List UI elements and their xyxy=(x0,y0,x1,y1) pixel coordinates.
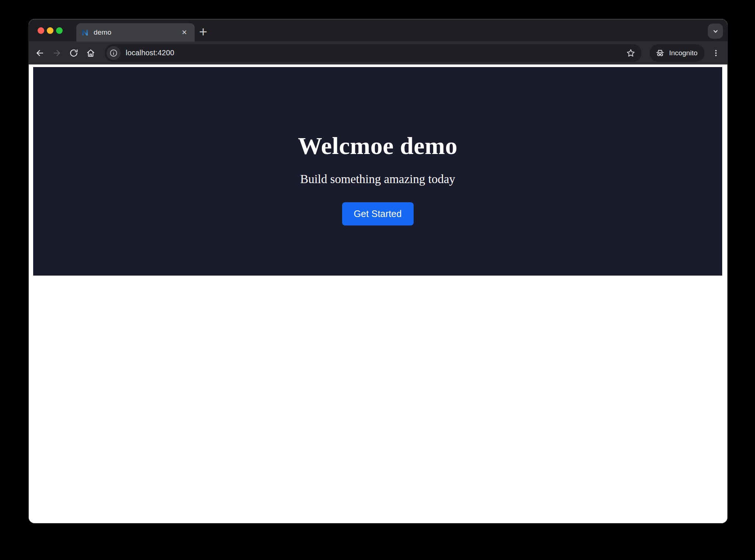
tab-search-button[interactable] xyxy=(708,24,723,39)
close-icon[interactable]: ✕ xyxy=(179,27,189,38)
incognito-icon xyxy=(655,48,665,58)
zoom-window-button[interactable] xyxy=(56,27,63,34)
hero-title: Welcmoe demo xyxy=(298,132,457,160)
screen-background: demo ✕ + xyxy=(0,0,755,560)
back-button[interactable] xyxy=(32,45,48,61)
browser-tab-demo[interactable]: demo ✕ xyxy=(76,23,195,42)
info-icon xyxy=(109,49,118,57)
minimize-window-button[interactable] xyxy=(47,27,53,34)
traffic-lights xyxy=(38,20,63,42)
home-icon xyxy=(86,48,95,58)
get-started-button[interactable]: Get Started xyxy=(342,202,414,225)
star-icon xyxy=(626,48,636,58)
browser-menu-button[interactable] xyxy=(710,45,721,61)
bookmark-star-button[interactable] xyxy=(624,47,637,59)
titlebar: demo ✕ + xyxy=(29,19,727,41)
browser-toolbar: localhost:4200 Incognito xyxy=(29,41,727,64)
chevron-down-icon xyxy=(711,27,720,36)
forward-button[interactable] xyxy=(49,45,65,61)
url-text[interactable]: localhost:4200 xyxy=(126,49,624,57)
address-bar[interactable]: localhost:4200 xyxy=(105,44,641,62)
hero-subtitle: Build something amazing today xyxy=(300,172,455,186)
page-content: Welcmoe demo Build something amazing tod… xyxy=(29,64,727,523)
home-button[interactable] xyxy=(83,45,99,61)
reload-icon xyxy=(69,48,79,58)
reload-button[interactable] xyxy=(66,45,82,61)
incognito-badge: Incognito xyxy=(650,44,704,62)
site-favicon-icon xyxy=(81,28,89,37)
incognito-label: Incognito xyxy=(669,49,697,57)
arrow-right-icon xyxy=(52,48,62,58)
new-tab-button[interactable]: + xyxy=(195,24,211,39)
tab-title: demo xyxy=(94,28,175,36)
close-window-button[interactable] xyxy=(38,27,44,34)
browser-window: demo ✕ + xyxy=(29,19,727,523)
site-info-button[interactable] xyxy=(107,46,121,60)
kebab-menu-icon xyxy=(711,49,720,57)
arrow-left-icon xyxy=(35,48,45,58)
hero-section: Welcmoe demo Build something amazing tod… xyxy=(33,67,722,276)
